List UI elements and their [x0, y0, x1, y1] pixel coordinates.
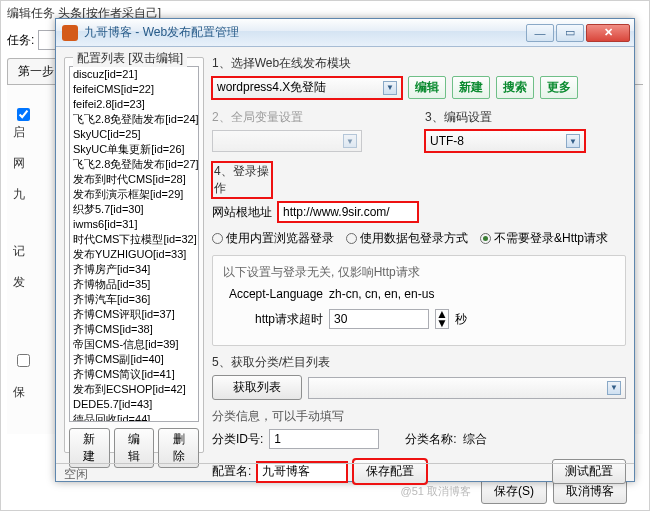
chevron-down-icon: ▼: [607, 381, 621, 395]
list-item[interactable]: 德品回收[id=44]: [70, 412, 198, 422]
accept-language-label: Accept-Language: [223, 287, 323, 301]
timeout-spinner[interactable]: ▲▼: [435, 309, 449, 329]
list-item[interactable]: 发布到ECSHOP[id=42]: [70, 382, 198, 397]
cat-id-input[interactable]: 1: [269, 429, 379, 449]
module-more-button[interactable]: 更多: [540, 76, 578, 99]
list-item[interactable]: 齐博CMS评职[id=37]: [70, 307, 198, 322]
section2-label: 2、全局变量设置: [212, 109, 413, 126]
http-settings-group: 以下设置与登录无关, 仅影响Http请求 Accept-Language zh-…: [212, 255, 626, 346]
list-edit-button[interactable]: 编辑: [114, 428, 155, 468]
close-button[interactable]: ✕: [586, 24, 630, 42]
globalvar-select[interactable]: ▼: [212, 130, 362, 152]
category-select[interactable]: ▼: [308, 377, 626, 399]
module-search-button[interactable]: 搜索: [496, 76, 534, 99]
radio-packet-login[interactable]: 使用数据包登录方式: [346, 230, 468, 247]
list-item[interactable]: 帝国CMS-信息[id=39]: [70, 337, 198, 352]
config-dialog: 九哥博客 - Web发布配置管理 — ▭ ✕ 配置列表 [双击编辑] discu…: [55, 18, 635, 482]
module-new-button[interactable]: 新建: [452, 76, 490, 99]
list-item[interactable]: 齐博CMS副[id=40]: [70, 352, 198, 367]
chevron-down-icon: ▼: [566, 134, 580, 148]
opt-checkbox[interactable]: [17, 354, 30, 367]
list-delete-button[interactable]: 删除: [158, 428, 199, 468]
section5-label: 5、获取分类/栏目列表: [212, 354, 626, 371]
section4-label: 4、登录操作: [212, 162, 272, 198]
status-bar: 空闲: [56, 463, 634, 481]
list-item[interactable]: iwms6[id=31]: [70, 217, 198, 232]
status-text: 空闲: [64, 467, 88, 481]
list-item[interactable]: SkyUC[id=25]: [70, 127, 198, 142]
charset-value: UTF-8: [430, 134, 464, 148]
watermark: @51 取消博客: [401, 484, 471, 499]
config-list-group: 配置列表 [双击编辑] discuz[id=21]feifeiCMS[id=22…: [64, 57, 204, 453]
chevron-down-icon: ▼: [383, 81, 397, 95]
timeout-unit: 秒: [455, 311, 467, 328]
module-select[interactable]: wordpress4.X免登陆 ▼: [212, 77, 402, 99]
get-list-button[interactable]: 获取列表: [212, 375, 302, 400]
task-label: 任务:: [7, 32, 34, 49]
dialog-title: 九哥博客 - Web发布配置管理: [84, 24, 524, 41]
cat-name-label: 分类名称:: [405, 431, 456, 448]
timeout-input[interactable]: 30: [329, 309, 429, 329]
list-item[interactable]: 飞飞2.8免登陆发布[id=27]: [70, 157, 198, 172]
list-item[interactable]: 发布到演示框架[id=29]: [70, 187, 198, 202]
cat-name-value: 综合: [463, 431, 487, 448]
list-item[interactable]: 发布YUZHIGUO[id=33]: [70, 247, 198, 262]
radio-browser-login[interactable]: 使用内置浏览器登录: [212, 230, 334, 247]
minimize-button[interactable]: —: [526, 24, 554, 42]
radio-no-login[interactable]: 不需要登录&Http请求: [480, 230, 608, 247]
list-item[interactable]: 齐博汽车[id=36]: [70, 292, 198, 307]
list-item[interactable]: 织梦5.7[id=30]: [70, 202, 198, 217]
left-stub: 启 网 九 记 发 保: [13, 91, 41, 415]
module-select-value: wordpress4.X免登陆: [217, 79, 326, 96]
list-item[interactable]: 飞飞2.8免登陆发布[id=24]: [70, 112, 198, 127]
root-url-label: 网站根地址: [212, 204, 272, 221]
section1-label: 1、选择Web在线发布模块: [212, 55, 626, 72]
accept-language-value: zh-cn, cn, en, en-us: [329, 287, 434, 301]
list-item[interactable]: discuz[id=21]: [70, 67, 198, 82]
titlebar[interactable]: 九哥博客 - Web发布配置管理 — ▭ ✕: [56, 19, 634, 47]
list-item[interactable]: DEDE5.7[id=43]: [70, 397, 198, 412]
config-list-title: 配置列表 [双击编辑]: [73, 50, 187, 67]
module-edit-button[interactable]: 编辑: [408, 76, 446, 99]
list-item[interactable]: 时代CMS下拉模型[id=32]: [70, 232, 198, 247]
chevron-down-icon: ▼: [343, 134, 357, 148]
charset-select[interactable]: UTF-8 ▼: [425, 130, 585, 152]
list-item[interactable]: 齐博CMS简议[id=41]: [70, 367, 198, 382]
root-url-input[interactable]: http://www.9sir.com/: [278, 202, 418, 222]
timeout-label: http请求超时: [223, 311, 323, 328]
list-item[interactable]: feifei2.8[id=23]: [70, 97, 198, 112]
list-item[interactable]: SkyUC单集更新[id=26]: [70, 142, 198, 157]
list-item[interactable]: 齐博房产[id=34]: [70, 262, 198, 277]
list-item[interactable]: feifeiCMS[id=22]: [70, 82, 198, 97]
section3-label: 3、编码设置: [425, 109, 626, 126]
list-item[interactable]: 齐博CMS[id=38]: [70, 322, 198, 337]
cat-id-label: 分类ID号:: [212, 431, 263, 448]
enable-checkbox[interactable]: [17, 108, 30, 121]
list-item[interactable]: 发布到时代CMS[id=28]: [70, 172, 198, 187]
http-hint: 以下设置与登录无关, 仅影响Http请求: [223, 264, 615, 281]
maximize-button[interactable]: ▭: [556, 24, 584, 42]
list-item[interactable]: 齐博物品[id=35]: [70, 277, 198, 292]
category-hint: 分类信息，可以手动填写: [212, 408, 626, 425]
config-listbox[interactable]: discuz[id=21]feifeiCMS[id=22]feifei2.8[i…: [69, 66, 199, 422]
list-new-button[interactable]: 新建: [69, 428, 110, 468]
app-icon: [62, 25, 78, 41]
